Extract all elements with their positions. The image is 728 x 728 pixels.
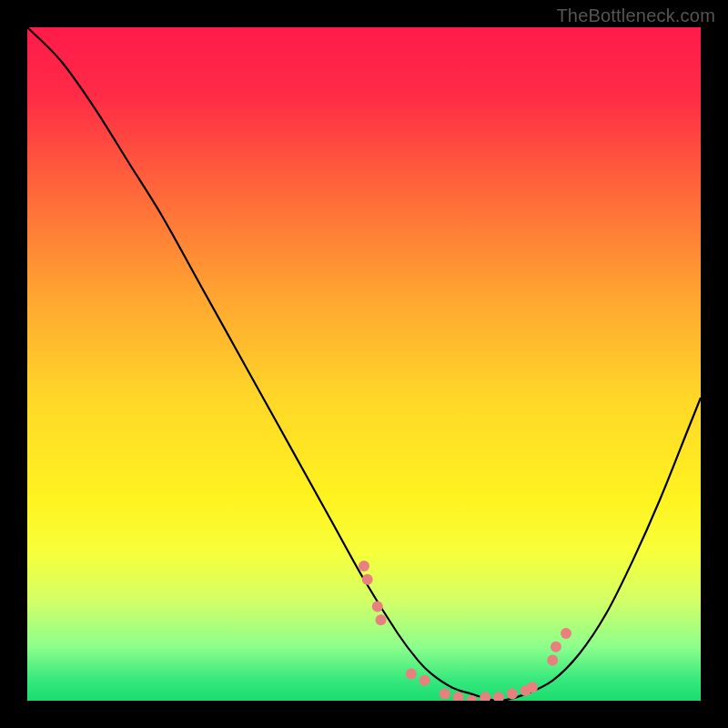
data-marker [440,689,450,700]
chart-svg [27,27,701,701]
data-marker [406,668,417,679]
data-marker [420,675,430,686]
data-marker [372,601,383,612]
chart-plot-area [27,27,701,701]
data-marker [561,628,571,639]
data-marker [527,682,538,693]
data-marker [376,614,387,625]
data-marker [507,689,518,700]
chart-background [27,27,701,701]
data-marker [551,642,561,652]
data-marker [362,574,373,585]
data-marker [547,655,558,666]
watermark-text: TheBottleneck.com [556,5,715,26]
data-marker [359,561,369,571]
